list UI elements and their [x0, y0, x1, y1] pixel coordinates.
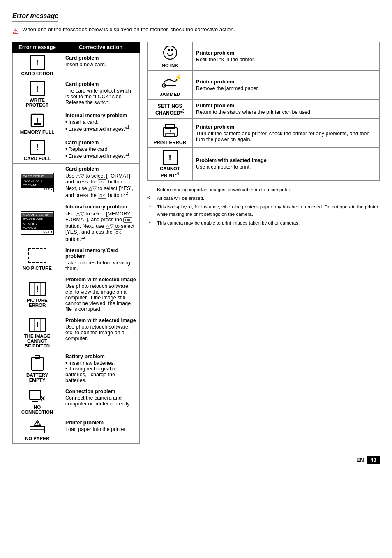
svg-point-21	[164, 46, 177, 59]
error-label-memory-full: MEMORY FULL	[16, 130, 58, 134]
main-layout: Error message Corrective action ! CARD E…	[12, 42, 380, 444]
svg-point-20	[37, 425, 38, 426]
action-title: Battery problem	[65, 354, 136, 359]
table-row: NO PAPER Printer problem Load paper into…	[13, 417, 140, 444]
error-table-right: NO INK Printer problem Refill the ink in…	[147, 42, 380, 181]
jammed-icon: ⚡	[160, 73, 180, 90]
error-cell-jammed: ⚡ JAMMED	[148, 71, 193, 100]
action-cell-memory-full: Internal memory problem • Insert a card.…	[62, 110, 140, 137]
action-cell-card-full: Card problem • Replace the card.• Erase …	[62, 137, 140, 164]
error-label-print-error: PRINT ERROR	[151, 140, 189, 145]
table-row: NO INK Printer problem Refill the ink in…	[148, 42, 380, 71]
action-title: Printer problem	[196, 79, 376, 85]
action-cell-no-connection: Connection problem Connect the camera an…	[62, 386, 140, 417]
action-title: Card problem	[65, 140, 136, 146]
action-cell-picture-error: Problem with selected image Use photo re…	[62, 274, 140, 315]
action-cell-settings-changed: Printer problem Return to the status whe…	[193, 100, 380, 119]
action-text: Use a computer to print.	[196, 164, 376, 170]
error-cell-card-full: ! CARD FULL	[13, 137, 62, 164]
memory-full-icon: !	[30, 113, 45, 128]
action-cell-cannot-print: Problem with selected image Use a comput…	[193, 148, 380, 181]
cannot-edit-icon: !	[28, 317, 46, 332]
error-label-no-connection: NOCONNECTION	[16, 405, 58, 414]
action-title: Card problem	[65, 166, 136, 172]
no-connection-icon: ✕	[28, 389, 46, 403]
error-table-left: Error message Corrective action ! CARD E…	[12, 42, 140, 444]
action-text: Use photo retouch software, etc. to view…	[65, 283, 136, 312]
page-title: Error message	[12, 12, 58, 22]
action-text: Connect the camera and computer or print…	[65, 395, 136, 407]
action-text: Remove the jammed paper.	[196, 86, 376, 91]
error-cell-print-error: ! PRINT ERROR	[148, 119, 193, 148]
action-title: Problem with selected image	[65, 277, 136, 282]
exclamation-icon: !	[30, 55, 45, 70]
svg-text:!: !	[36, 321, 39, 329]
error-label-no-picture: NO PICTURE	[16, 266, 58, 271]
error-cell-battery: BATTERYEMPTY	[13, 351, 62, 386]
action-text: • Insert new batteries.• If using rechar…	[65, 360, 136, 383]
table-row: BATTERYEMPTY Battery problem • Insert ne…	[13, 351, 140, 386]
picture-error-icon: !	[28, 282, 46, 296]
svg-rect-9	[32, 357, 43, 370]
col-header-error: Error message	[13, 42, 62, 53]
action-text: • Replace the card.• Erase unwanted imag…	[65, 146, 136, 159]
table-row: CARD SETUP POWER OFF FORMAT SET ■ Card p…	[13, 164, 140, 201]
error-label-no-ink: NO INK	[151, 63, 189, 68]
exclamation-icon: !	[163, 150, 178, 165]
action-text: • Insert a card.• Erase unwanted images.…	[65, 119, 136, 132]
table-row: ! MEMORY FULL Internal memory problem • …	[13, 110, 140, 137]
error-cell-no-connection: ✕ NOCONNECTION	[13, 386, 62, 417]
action-title: Card problem	[65, 55, 136, 61]
action-text: Load paper into the printer.	[65, 426, 136, 432]
action-text: Use photo retouch software, etc. to edit…	[65, 324, 136, 341]
error-cell-no-picture: NO PICTURE	[13, 245, 62, 274]
action-text: Take pictures before viewing them.	[65, 260, 136, 271]
table-row: ! CARD ERROR Card problem Insert a new c…	[13, 53, 140, 79]
svg-rect-2	[34, 123, 41, 125]
info-icon: ⚠	[12, 27, 19, 36]
action-title: Card problem	[65, 81, 136, 87]
table-row: ! THE IMAGECANNOTBE EDITED Problem with …	[13, 315, 140, 351]
action-cell-memory-setup: Internal memory problem Use △▽ to select…	[62, 201, 140, 245]
svg-point-23	[171, 49, 173, 51]
action-title: Problem with selected image	[196, 157, 376, 163]
intro-section: ⚠ When one of the messages below is disp…	[12, 26, 380, 36]
table-row: ⚡ JAMMED Printer problem Remove the jamm…	[148, 71, 380, 100]
error-cell-cannot-edit: ! THE IMAGECANNOTBE EDITED	[13, 315, 62, 351]
error-cell-memory-setup: MEMORY SETUP POWER OFF MEMORY FORMAT SET…	[13, 201, 62, 245]
error-label-cannot-edit: THE IMAGECANNOTBE EDITED	[16, 333, 58, 348]
action-cell-no-paper: Printer problem Load paper into the prin…	[62, 417, 140, 444]
action-cell-card-error: Card problem Insert a new card.	[62, 53, 140, 79]
action-text: Return to the status where the printer c…	[196, 109, 376, 115]
action-cell-cannot-edit: Problem with selected image Use photo re…	[62, 315, 140, 351]
error-cell-no-ink: NO INK	[148, 42, 193, 71]
action-title: Internal memory problem	[65, 204, 136, 210]
footnotes: *1 Before erasing important images, down…	[147, 186, 380, 227]
footnote-2: *2 All data will be erased.	[147, 195, 380, 202]
action-cell-write-protect: Card problem The card write-protect swit…	[62, 79, 140, 110]
table-row: ! CANNOT PRINT*4 Problem with selected i…	[148, 148, 380, 181]
error-label-jammed: JAMMED	[151, 92, 189, 97]
intro-text: When one of the messages below is displa…	[22, 26, 235, 32]
left-column: Error message Corrective action ! CARD E…	[12, 42, 140, 444]
no-paper-icon	[28, 420, 46, 435]
error-cell-cannot-print: ! CANNOT PRINT*4	[148, 148, 193, 181]
action-text: The card write-protect switch is set to …	[65, 88, 136, 105]
action-cell-battery: Battery problem • Insert new batteries.•…	[62, 351, 140, 386]
exclamation-icon: !	[30, 140, 45, 155]
print-error-icon: !	[160, 121, 180, 139]
right-column: NO INK Printer problem Refill the ink in…	[147, 42, 380, 444]
action-text: Use △▽ to select [MEMORY FORMAT], and pr…	[65, 211, 136, 242]
action-text: Turn off the camera and printer, check t…	[196, 131, 376, 142]
table-row: SETTINGSCHANGED*3 Printer problem Return…	[148, 100, 380, 119]
table-row: ! PICTUREERROR Problem with selected ima…	[13, 274, 140, 315]
action-cell-jammed: Printer problem Remove the jammed paper.	[193, 71, 380, 100]
footnote-1: *1 Before erasing important images, down…	[147, 186, 380, 193]
no-ink-icon	[160, 44, 180, 62]
error-label-battery: BATTERYEMPTY	[16, 373, 58, 382]
table-row: ! WRITEPROTECT Card problem The card wri…	[13, 79, 140, 110]
error-cell-picture-error: ! PICTUREERROR	[13, 274, 62, 315]
action-text: Refill the ink in the printer.	[196, 57, 376, 63]
action-title: Internal memory/Card problem	[65, 248, 136, 259]
action-title: Printer problem	[196, 124, 376, 130]
